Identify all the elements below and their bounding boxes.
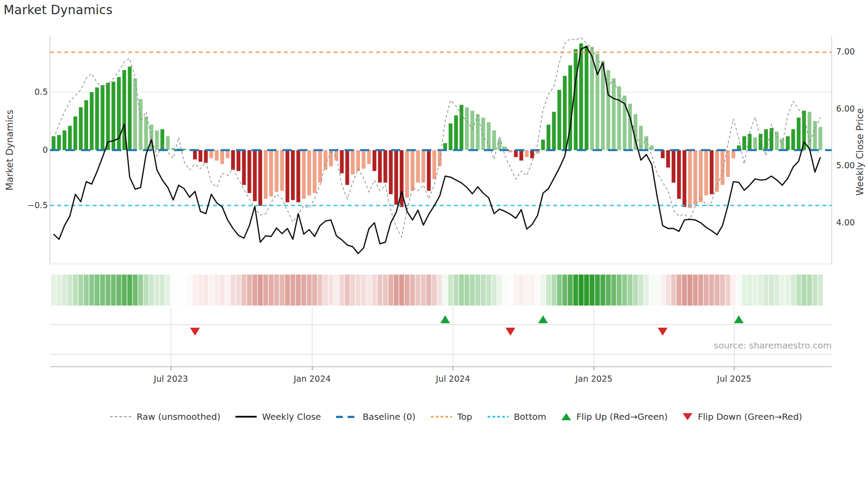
left-tick-0: 0 (4, 145, 48, 155)
legend-label: Top (457, 411, 472, 422)
legend-item-bottom: Bottom (487, 411, 546, 422)
flip-up-marker (734, 315, 744, 323)
left-tick-neg0_5: −0.5 (4, 200, 48, 210)
raw-line-icon (110, 416, 132, 417)
legend-label: Flip Up (Red→Green) (576, 411, 667, 422)
x-tick-jul2023: Jul 2023 (136, 374, 206, 383)
top-dash-icon (430, 416, 452, 418)
right-tick-5: 5.00 (836, 160, 868, 170)
bottom-dash-icon (487, 416, 508, 418)
flip-down-marker (658, 328, 667, 336)
legend-label: Weekly Close (262, 411, 321, 422)
legend-item-flip-up: Flip Up (Red→Green) (561, 411, 667, 422)
x-tick-jul2024: Jul 2024 (418, 374, 488, 383)
x-tick-jul2025: Jul 2025 (699, 374, 770, 383)
legend-label: Bottom (514, 411, 546, 422)
legend: Raw (unsmoothed) Weekly Close Baseline (… (110, 411, 802, 422)
legend-item-raw: Raw (unsmoothed) (110, 411, 221, 422)
source-credit: source: sharemaestro.com (714, 340, 832, 351)
flip-down-triangle-icon (683, 413, 693, 420)
legend-item-top: Top (430, 411, 472, 422)
flip-up-marker (538, 315, 548, 323)
right-tick-6: 6.00 (836, 104, 868, 113)
flip-up-triangle-icon (561, 413, 571, 420)
legend-label: Raw (unsmoothed) (137, 411, 221, 422)
market-dynamics-chart: Market Dynamics Market Dynamics Weekly C… (0, 0, 868, 488)
flip-down-marker (506, 328, 515, 336)
right-tick-7: 7.00 (836, 46, 868, 56)
legend-label: Flip Down (Green→Red) (698, 411, 802, 422)
left-tick-0_5: 0.5 (4, 87, 48, 97)
right-tick-4: 4.00 (836, 217, 868, 227)
baseline-dash-icon (336, 416, 357, 418)
flip-down-marker (190, 328, 200, 336)
legend-item-flip-down: Flip Down (Green→Red) (683, 411, 802, 422)
close-line-icon (236, 416, 257, 418)
legend-label: Baseline (0) (363, 411, 415, 422)
flip-up-marker (440, 315, 450, 323)
legend-item-weekly-close: Weekly Close (236, 411, 321, 422)
x-tick-jan2025: Jan 2025 (558, 374, 629, 383)
legend-item-baseline: Baseline (0) (336, 411, 415, 422)
x-tick-jan2024: Jan 2024 (277, 374, 348, 383)
